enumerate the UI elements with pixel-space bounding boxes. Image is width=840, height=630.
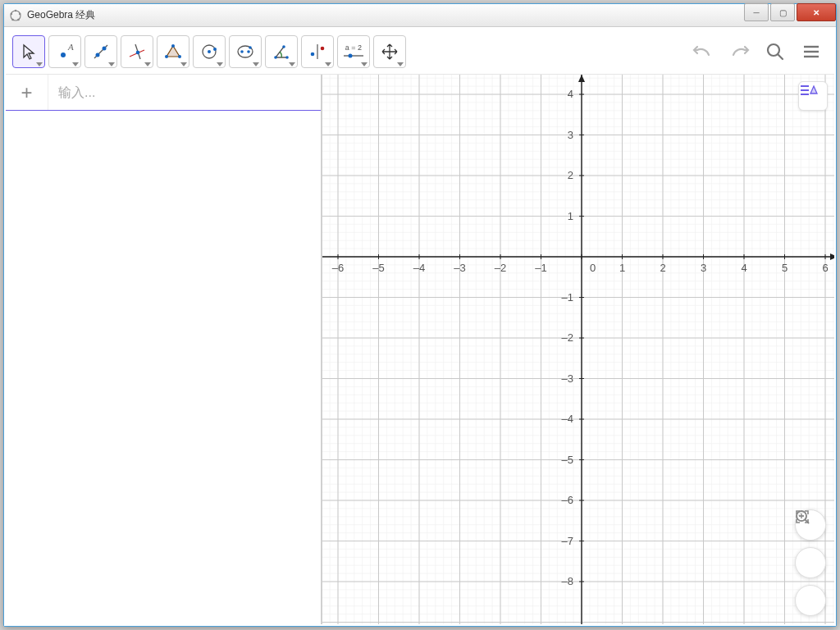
line-icon xyxy=(91,42,111,62)
app-icon xyxy=(9,9,22,22)
svg-point-26 xyxy=(285,56,289,59)
svg-point-4 xyxy=(11,18,14,21)
move-tool[interactable] xyxy=(12,35,45,68)
chevron-down-icon xyxy=(36,62,43,66)
minimize-button[interactable]: ─ xyxy=(744,3,769,21)
chevron-down-icon xyxy=(361,62,368,66)
client-area: A xyxy=(4,27,836,626)
svg-text:1: 1 xyxy=(619,262,625,274)
svg-line-35 xyxy=(778,54,783,59)
search-icon xyxy=(765,41,786,62)
algebra-view: + xyxy=(6,75,322,624)
svg-text:2: 2 xyxy=(660,262,665,274)
svg-point-29 xyxy=(311,52,315,56)
svg-text:4: 4 xyxy=(568,88,573,100)
input-row: + xyxy=(6,75,321,111)
content-area: + –6–5–4–3–2–101234561234–1–2–3–4–5–6–7–… xyxy=(6,75,834,624)
svg-point-3 xyxy=(17,18,20,21)
svg-point-1 xyxy=(15,9,17,11)
slider-tool[interactable]: a = 2 xyxy=(337,35,370,68)
svg-text:–4: –4 xyxy=(413,262,425,274)
coordinate-plane: –6–5–4–3–2–101234561234–1–2–3–4–5–6–7–8 xyxy=(322,75,834,624)
fullscreen-button[interactable] xyxy=(795,585,826,616)
graphics-view[interactable]: –6–5–4–3–2–101234561234–1–2–3–4–5–6–7–8 xyxy=(322,75,834,624)
chevron-down-icon xyxy=(325,62,331,66)
svg-text:–7: –7 xyxy=(562,535,573,547)
ellipse-icon xyxy=(235,42,255,62)
search-button[interactable] xyxy=(759,35,792,68)
fullscreen-icon xyxy=(795,509,810,524)
svg-point-22 xyxy=(240,50,244,53)
svg-text:–1: –1 xyxy=(535,262,546,274)
stylebar-icon xyxy=(799,82,819,98)
app-window: GeoGebra 经典 ─ ▢ ✕ A xyxy=(3,3,837,627)
svg-text:–3: –3 xyxy=(454,262,465,274)
algebra-input[interactable] xyxy=(48,75,321,110)
svg-text:a = 2: a = 2 xyxy=(345,43,362,52)
point-tool[interactable]: A xyxy=(48,35,81,68)
svg-text:5: 5 xyxy=(782,262,788,274)
svg-text:2: 2 xyxy=(568,169,573,181)
svg-text:6: 6 xyxy=(822,262,828,274)
svg-text:3: 3 xyxy=(568,129,573,141)
angle-icon xyxy=(272,42,291,62)
svg-point-13 xyxy=(136,50,140,54)
circle-tool[interactable] xyxy=(193,35,226,68)
svg-text:A: A xyxy=(67,42,74,52)
maximize-button[interactable]: ▢ xyxy=(770,3,795,21)
cursor-icon xyxy=(19,42,39,62)
reflect-tool[interactable] xyxy=(301,35,334,68)
svg-text:–4: –4 xyxy=(562,413,573,425)
ellipse-tool[interactable] xyxy=(229,35,262,68)
svg-point-23 xyxy=(247,50,250,53)
zoom-controls xyxy=(795,509,826,616)
close-button[interactable]: ✕ xyxy=(797,3,836,21)
polygon-icon xyxy=(163,42,183,62)
undo-button[interactable] xyxy=(687,35,719,68)
point-icon: A xyxy=(55,42,75,62)
menu-button[interactable] xyxy=(795,35,828,68)
redo-icon xyxy=(727,42,751,62)
svg-point-25 xyxy=(274,56,277,59)
svg-text:3: 3 xyxy=(701,262,706,274)
svg-point-2 xyxy=(19,12,21,15)
svg-text:–5: –5 xyxy=(562,454,573,466)
perpendicular-icon xyxy=(127,42,147,62)
undo-icon xyxy=(691,42,715,62)
svg-text:0: 0 xyxy=(590,262,596,274)
move-graphics-tool[interactable] xyxy=(373,35,406,68)
svg-point-16 xyxy=(178,55,181,58)
polygon-tool[interactable] xyxy=(157,35,189,68)
svg-text:–2: –2 xyxy=(562,331,573,344)
zoom-out-button[interactable] xyxy=(795,547,826,578)
style-bar-button[interactable] xyxy=(798,81,828,111)
svg-marker-254 xyxy=(810,86,817,94)
svg-text:–8: –8 xyxy=(562,575,573,587)
angle-tool[interactable] xyxy=(265,35,298,68)
svg-text:–6: –6 xyxy=(332,262,344,274)
svg-point-17 xyxy=(165,55,168,58)
reflect-icon xyxy=(308,42,327,62)
window-buttons: ─ ▢ ✕ xyxy=(744,4,836,26)
add-button[interactable]: + xyxy=(6,75,48,110)
svg-text:–5: –5 xyxy=(372,262,384,274)
chevron-down-icon xyxy=(72,62,79,66)
svg-text:4: 4 xyxy=(741,262,746,274)
svg-point-20 xyxy=(213,48,217,51)
toolbar: A xyxy=(6,29,834,75)
window-title: GeoGebra 经典 xyxy=(27,8,744,22)
titlebar[interactable]: GeoGebra 经典 ─ ▢ ✕ xyxy=(4,4,836,27)
hamburger-icon xyxy=(801,42,821,62)
circle-icon xyxy=(199,42,219,62)
svg-point-24 xyxy=(249,46,252,49)
svg-text:–3: –3 xyxy=(562,372,573,385)
slider-icon: a = 2 xyxy=(339,42,368,62)
chevron-down-icon xyxy=(108,62,115,66)
chevron-down-icon xyxy=(217,62,223,66)
chevron-down-icon xyxy=(397,62,404,66)
line-tool[interactable] xyxy=(84,35,117,68)
perpendicular-tool[interactable] xyxy=(121,35,153,68)
svg-point-5 xyxy=(11,12,13,15)
redo-button[interactable] xyxy=(723,35,756,68)
svg-point-33 xyxy=(349,53,353,57)
